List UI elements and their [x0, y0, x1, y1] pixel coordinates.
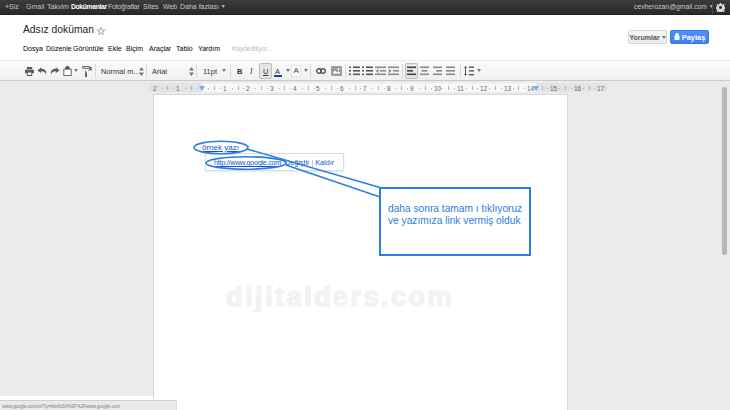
- svg-text:A: A: [294, 66, 300, 75]
